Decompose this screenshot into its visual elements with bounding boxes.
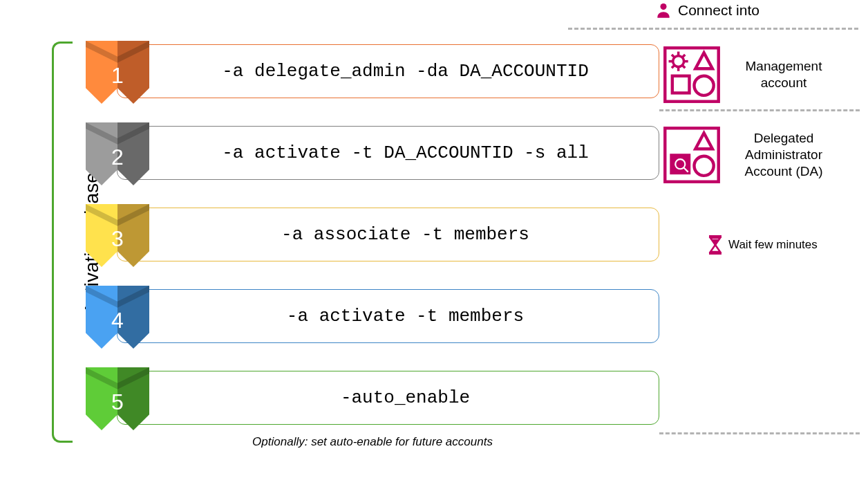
step-number: 3 bbox=[111, 226, 124, 252]
command-box: -auto_enable bbox=[117, 371, 659, 425]
svg-point-15 bbox=[660, 3, 666, 10]
command-box: -a activate -t DA_ACCOUNTID -s all bbox=[117, 126, 659, 180]
step-note: Optionally: set auto-enable for future a… bbox=[252, 435, 493, 449]
delegated-admin-icon bbox=[661, 125, 722, 185]
management-account-icon bbox=[661, 44, 722, 105]
command-text: -auto_enable bbox=[341, 387, 470, 408]
command-text: -a associate -t members bbox=[281, 224, 529, 245]
steps-container: 1-a delegate_admin -da DA_ACCOUNTID2-a a… bbox=[86, 38, 659, 446]
svg-point-28 bbox=[695, 76, 714, 95]
wait-label: Wait few minutes bbox=[728, 238, 818, 252]
step-number: 5 bbox=[111, 389, 124, 415]
step-number: 2 bbox=[111, 145, 124, 170]
svg-line-25 bbox=[682, 65, 685, 68]
step-number: 4 bbox=[111, 308, 124, 333]
step-3: 3-a associate -t members bbox=[86, 201, 659, 268]
phase-bracket bbox=[52, 42, 73, 443]
step-chevron: 1 bbox=[86, 41, 149, 110]
svg-line-24 bbox=[672, 65, 674, 68]
svg-line-22 bbox=[672, 55, 674, 57]
divider-line bbox=[659, 432, 860, 434]
divider-line bbox=[659, 109, 860, 111]
management-account-block: Management account bbox=[661, 44, 836, 105]
step-chevron: 4 bbox=[86, 286, 149, 355]
step-chevron: 3 bbox=[86, 204, 149, 273]
step-1: 1-a delegate_admin -da DA_ACCOUNTID bbox=[86, 38, 659, 104]
management-account-label: Management account bbox=[732, 58, 836, 91]
delegated-admin-block: Delegated Administrator Account (DA) bbox=[661, 125, 836, 185]
command-text: -a delegate_admin -da DA_ACCOUNTID bbox=[222, 61, 589, 82]
delegated-admin-label: Delegated Administrator Account (DA) bbox=[732, 130, 836, 179]
hourglass-icon bbox=[708, 235, 723, 255]
step-4: 4-a activate -t members bbox=[86, 283, 659, 349]
divider-line bbox=[568, 28, 858, 30]
step-5: 5-auto_enableOptionally: set auto-enable… bbox=[86, 365, 659, 431]
command-box: -a activate -t members bbox=[117, 289, 659, 343]
svg-point-34 bbox=[695, 156, 714, 176]
command-box: -a associate -t members bbox=[117, 208, 659, 261]
step-number: 1 bbox=[111, 63, 124, 89]
wait-note: Wait few minutes bbox=[708, 235, 818, 255]
step-chevron: 2 bbox=[86, 122, 149, 192]
svg-marker-33 bbox=[695, 133, 713, 149]
svg-rect-27 bbox=[672, 76, 690, 93]
command-box: -a delegate_admin -da DA_ACCOUNTID bbox=[117, 44, 659, 98]
svg-marker-26 bbox=[695, 53, 713, 68]
step-2: 2-a activate -t DA_ACCOUNTID -s all bbox=[86, 120, 659, 186]
user-icon bbox=[654, 1, 672, 19]
svg-line-23 bbox=[682, 55, 685, 57]
command-text: -a activate -t members bbox=[287, 306, 524, 327]
connect-label: Connect into bbox=[678, 2, 760, 19]
step-chevron: 5 bbox=[86, 367, 149, 437]
connect-into: Connect into bbox=[654, 1, 760, 19]
command-text: -a activate -t DA_ACCOUNTID -s all bbox=[222, 143, 589, 163]
